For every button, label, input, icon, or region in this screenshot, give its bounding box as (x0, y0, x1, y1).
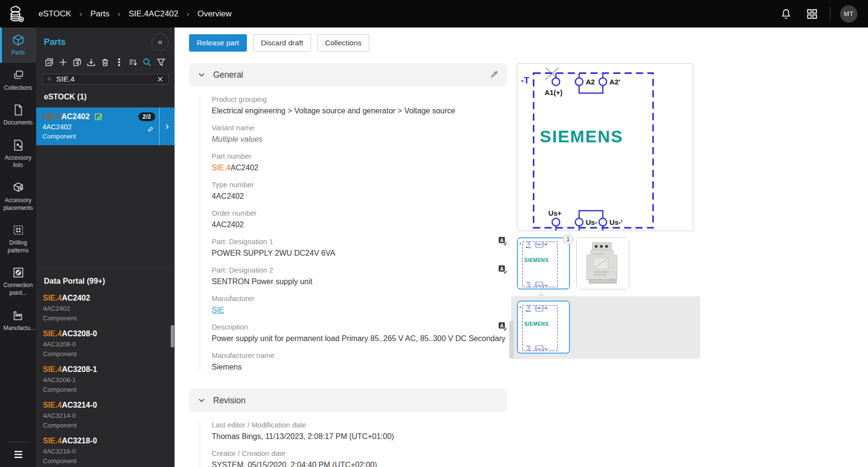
field-last-editor: Last editor / Modification date Thomas B… (212, 421, 507, 441)
sort-icon[interactable] (126, 55, 140, 69)
action-bar: Release part Discard draft Collections (189, 34, 868, 52)
portal-list-item[interactable]: SIE.4AC3208-1 4AC3208-1 Component (36, 360, 175, 396)
schematic-preview[interactable] (517, 63, 693, 231)
drilling-pattern-icon (12, 224, 25, 236)
sidebar-item-drilling-patterns[interactable]: Drilling patterns (0, 218, 36, 260)
details-column: General Product grouping Electrical engi… (189, 63, 507, 467)
part-name: AC2402 (61, 112, 90, 121)
field-value: Thomas Bings, 11/13/2023, 2:08:17 PM (UT… (212, 432, 506, 441)
top-bar: eSTOCK › Parts › SIE.4AC2402 › Overview (0, 0, 868, 27)
breadcrumb-estock[interactable]: eSTOCK (39, 9, 71, 19)
sidebar-item-documents[interactable]: Documents (0, 97, 36, 133)
field-label: Manufacturer name (212, 351, 507, 359)
breadcrumb-overview[interactable]: Overview (197, 9, 231, 19)
sidebar-item-label: Connection point... (3, 282, 33, 296)
part-kind: Component (43, 386, 168, 393)
topbar-divider (830, 7, 830, 21)
part-prefix: SIE.4 (212, 164, 231, 172)
app-grid-icon[interactable] (804, 6, 820, 22)
sidebar-item-parts[interactable]: Parts (0, 27, 36, 63)
portal-list-item[interactable]: SIE.4AC3208-0 4AC3208-0 Component (36, 324, 175, 360)
search-icon[interactable] (140, 55, 154, 69)
translate-icon[interactable]: A (498, 322, 507, 333)
translate-icon[interactable]: A (498, 265, 507, 276)
breadcrumb-part-number[interactable]: SIE.4AC2402 (129, 9, 178, 19)
revision-section-header[interactable]: Revision (189, 389, 507, 412)
part-prefix: SIE.4 (42, 112, 61, 121)
release-part-button[interactable]: Release part (189, 34, 247, 52)
clear-search-icon[interactable]: ✕ (157, 75, 163, 84)
part-prefix: SIE.4 (43, 330, 62, 338)
sidebar-item-label: Manufactu... (3, 325, 35, 331)
svg-text:A: A (500, 266, 503, 272)
general-fields: Product grouping Electrical engineering … (200, 95, 507, 371)
part-type-number: 4AC3214-0 (43, 412, 168, 419)
sidebar-item-label: Documents (3, 119, 33, 126)
download-icon[interactable] (84, 55, 98, 69)
edit-general-icon[interactable] (490, 70, 499, 80)
select-all-icon[interactable] (42, 55, 56, 69)
menu-hamburger-icon[interactable] (13, 450, 24, 460)
product-photo-thumbnail[interactable] (576, 237, 629, 289)
part-kind: Component (43, 315, 168, 322)
field-part-number: Part number SIE.4AC2402 (212, 152, 507, 172)
translate-icon[interactable]: A (498, 236, 507, 247)
scrollbar-thumb[interactable] (171, 325, 174, 347)
search-input[interactable] (56, 75, 153, 83)
field-value: Power supply unit for permanent load Pri… (212, 334, 506, 343)
part-prefix: SIE.4 (43, 294, 62, 302)
part-type-number: 4AC2402 (42, 123, 155, 131)
filter-icon[interactable] (154, 55, 168, 69)
search-box: ✕ (42, 74, 169, 84)
field-label: Type number (212, 180, 507, 189)
breadcrumb-parts[interactable]: Parts (90, 9, 109, 19)
search-input-icon (47, 75, 52, 83)
edit-draft-icon[interactable] (94, 112, 103, 121)
manufacturer-link[interactable]: SIE (212, 306, 224, 314)
sidebar-item-collections[interactable]: Collections (0, 63, 36, 98)
general-section-header[interactable]: General (189, 63, 507, 86)
variant-schematic-thumbnail[interactable] (517, 301, 570, 354)
estock-section-header: eSTOCK (1) (36, 84, 175, 108)
sidebar-item-accessory-lists[interactable]: Accessory lists (0, 133, 36, 175)
collections-button[interactable]: Collections (317, 34, 369, 52)
portal-list-item[interactable]: SIE.4AC3214-0 4AC3214-0 Component (36, 396, 175, 431)
field-label: Description (212, 323, 507, 331)
sidebar-item-accessory-placements[interactable]: Accessory placements (0, 175, 36, 218)
add-icon[interactable] (56, 55, 70, 69)
part-list-item-selected[interactable]: SIE.4AC2402 2/2 4AC2402 Component › (36, 108, 175, 145)
field-value: POWER SUPPLY 2WU DC24V 6VA (212, 249, 506, 258)
field-label: Order number (212, 209, 507, 217)
sidebar-item-manufacturers[interactable]: Manufactu... (0, 303, 36, 338)
open-part-chevron-icon[interactable]: › (159, 108, 175, 145)
schematic-thumbnail-selected[interactable]: 1 (517, 237, 570, 289)
field-type-number: Type number 4AC2402 (212, 180, 507, 201)
app-window: eSTOCK › Parts › SIE.4AC2402 › Overview (0, 0, 868, 467)
breadcrumb: eSTOCK › Parts › SIE.4AC2402 › Overview (39, 9, 231, 19)
portal-list-item[interactable]: SIE.4AC2402 4AC2402 Component (36, 288, 175, 324)
revision-fields: Last editor / Modification date Thomas B… (200, 421, 507, 467)
delete-icon[interactable] (98, 55, 112, 69)
app-logo-icon[interactable] (6, 4, 28, 24)
chevron-down-icon (198, 71, 205, 79)
duplicate-icon[interactable] (70, 55, 84, 69)
sidebar-item-connection-points[interactable]: Connection point... (0, 260, 36, 302)
panel-title: Parts (44, 37, 66, 47)
field-value: SENTRON Power supply unit (212, 277, 506, 286)
accessory-list-icon (12, 139, 25, 151)
scrollbar-thumb[interactable] (509, 321, 514, 358)
user-avatar[interactable]: MT (840, 5, 857, 23)
svg-text:A: A (500, 238, 503, 243)
more-options-icon[interactable] (112, 55, 126, 69)
breadcrumb-separator-icon: › (187, 9, 190, 19)
part-name: AC3208-0 (62, 330, 97, 338)
collections-icon (12, 69, 25, 82)
part-name: AC2402 (62, 294, 90, 302)
collapse-panel-button[interactable]: « (151, 33, 169, 51)
field-manufacturer: Manufacturer SIE (212, 294, 507, 315)
notifications-bell-icon[interactable] (778, 6, 794, 22)
portal-list-item[interactable]: SIE.4AC3218-0 4AC3218-0 Component (36, 431, 175, 467)
field-description: Description Power supply unit for perman… (212, 323, 507, 343)
discard-draft-button[interactable]: Discard draft (253, 34, 311, 52)
section-title: Revision (213, 396, 245, 406)
